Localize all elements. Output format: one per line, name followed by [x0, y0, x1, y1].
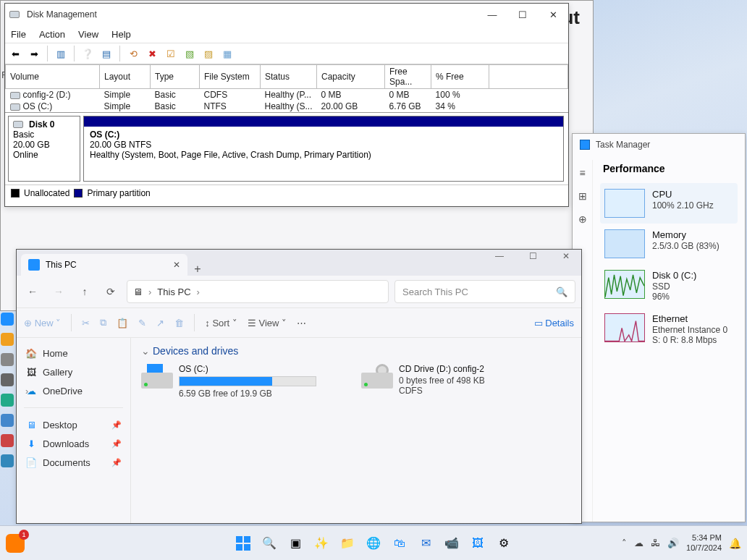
search-button[interactable]: 🔍: [259, 533, 279, 553]
check-icon[interactable]: ☑: [164, 46, 178, 61]
close-tab-icon[interactable]: ✕: [173, 260, 180, 270]
sidebar-item-home[interactable]: 🏠Home: [21, 344, 126, 362]
delete-icon[interactable]: 🗑: [174, 318, 184, 328]
col-free[interactable]: Free Spa...: [385, 65, 431, 89]
sidebar-item-documents[interactable]: 📄Documents📌: [21, 453, 126, 472]
settings-icon[interactable]: ⚙: [494, 533, 514, 553]
menu-file[interactable]: File: [11, 29, 26, 40]
pin-icon[interactable]: 📌: [111, 458, 122, 467]
tm-titlebar[interactable]: Task Manager: [573, 134, 745, 156]
minimize-button[interactable]: —: [487, 251, 512, 261]
search-box[interactable]: Search This PC 🔍: [394, 280, 575, 303]
action3-icon[interactable]: ▦: [220, 46, 235, 61]
details-button[interactable]: ▭ Details: [534, 318, 574, 328]
drive-cd-d[interactable]: CD Drive (D:) config-2 0 bytes free of 4…: [361, 364, 564, 399]
table-row[interactable]: OS (C:) Simple Basic NTFS Healthy (S... …: [6, 101, 568, 112]
widgets-button[interactable]: 1: [6, 534, 25, 553]
col-status[interactable]: Status: [261, 65, 317, 89]
forward-button[interactable]: →: [48, 281, 69, 302]
close-button[interactable]: ✕: [554, 251, 578, 261]
share-icon[interactable]: ↗: [156, 318, 164, 328]
app-icon[interactable]: 📹: [442, 533, 462, 553]
sidebar-item-downloads[interactable]: ⬇Downloads📌: [21, 434, 126, 453]
photos-icon[interactable]: 🖼: [468, 533, 488, 553]
menu-help[interactable]: Help: [111, 29, 131, 40]
app-icon[interactable]: [1, 353, 14, 366]
start-button[interactable]: [233, 533, 253, 553]
menu-action[interactable]: Action: [39, 29, 65, 40]
action2-icon[interactable]: ▨: [201, 46, 216, 61]
col-pctfree[interactable]: % Free: [431, 65, 489, 89]
new-tab-button[interactable]: +: [187, 263, 208, 276]
help-icon[interactable]: ❔: [80, 46, 95, 61]
table-row[interactable]: config-2 (D:) Simple Basic CDFS Healthy …: [6, 89, 568, 101]
edge-icon[interactable]: 🌐: [363, 533, 384, 553]
clock[interactable]: 5:34 PM 10/7/2024: [686, 533, 722, 552]
paste-icon[interactable]: 📋: [117, 318, 128, 328]
disk-panel[interactable]: Disk 0 Basic 20.00 GB Online: [8, 116, 80, 182]
more-button[interactable]: ⋯: [297, 318, 306, 328]
sidebar-item-onedrive[interactable]: ›☁OneDrive: [21, 381, 126, 400]
perf-item-ethernet[interactable]: EthernetEthernet Instance 0S: 0 R: 8.8 M…: [600, 307, 738, 351]
perf-item-cpu[interactable]: CPU100% 2.10 GHz: [600, 183, 738, 224]
app-icon[interactable]: [1, 394, 14, 407]
properties-icon[interactable]: ▤: [99, 46, 114, 61]
up-button[interactable]: ↑: [75, 281, 95, 302]
app-icon[interactable]: [1, 434, 14, 447]
sort-button[interactable]: ↕ Sort ˅: [205, 318, 237, 328]
bluetooth-icon[interactable]: [1, 313, 14, 326]
file-explorer-icon[interactable]: 📁: [337, 533, 358, 553]
onedrive-tray-icon[interactable]: ☁: [634, 538, 643, 548]
refresh-icon[interactable]: ⟲: [126, 46, 140, 61]
notifications-icon[interactable]: 🔔: [729, 538, 741, 549]
cut-icon[interactable]: ✂: [82, 318, 90, 328]
tab-this-pc[interactable]: This PC ✕: [21, 254, 187, 276]
show-hide-tree-icon[interactable]: ▥: [54, 46, 68, 61]
outlook-icon[interactable]: ✉: [415, 533, 436, 553]
col-fs[interactable]: File System: [200, 65, 261, 89]
sidebar-item-gallery[interactable]: 🖼Gallery: [21, 362, 126, 381]
app-icon[interactable]: [1, 414, 14, 427]
copilot-icon[interactable]: ✨: [311, 533, 332, 553]
pin-icon[interactable]: 📌: [111, 420, 122, 430]
address-bar[interactable]: 🖥› This PC›: [127, 280, 389, 303]
store-icon[interactable]: 🛍: [389, 533, 410, 553]
dm-titlebar[interactable]: Disk Management — ☐ ✕: [5, 4, 568, 25]
close-button[interactable]: ✕: [542, 9, 564, 20]
forward-icon[interactable]: ➡: [27, 46, 41, 61]
maximize-button[interactable]: ☐: [512, 9, 533, 20]
network-tray-icon[interactable]: 🖧: [651, 538, 660, 548]
perf-item-memory[interactable]: Memory2.5/3.0 GB (83%): [600, 224, 738, 264]
col-volume[interactable]: Volume: [6, 65, 100, 89]
view-button[interactable]: ☰ View ˅: [248, 318, 287, 328]
refresh-button[interactable]: ⟳: [101, 281, 121, 302]
delete-icon[interactable]: ✖: [145, 46, 159, 61]
copy-icon[interactable]: ⧉: [100, 317, 106, 328]
back-button[interactable]: ←: [22, 281, 43, 302]
action1-icon[interactable]: ▧: [182, 46, 197, 61]
drive-os-c[interactable]: OS (C:) 6.59 GB free of 19.9 GB: [141, 364, 344, 399]
back-icon[interactable]: ⬅: [8, 46, 22, 61]
menu-view[interactable]: View: [78, 29, 98, 40]
new-button[interactable]: ⊕ New ˅: [24, 318, 61, 328]
app-icon[interactable]: [1, 333, 14, 346]
chevron-up-icon[interactable]: ˄: [622, 538, 627, 548]
task-view-button[interactable]: ▣: [285, 533, 305, 553]
pin-icon[interactable]: 📌: [111, 439, 122, 449]
sidebar-item-desktop[interactable]: 🖥Desktop📌: [21, 415, 126, 434]
plus-box-icon[interactable]: ⊕: [578, 213, 587, 225]
col-layout[interactable]: Layout: [100, 65, 151, 89]
app-icon[interactable]: [1, 373, 14, 386]
section-header[interactable]: ⌄Devices and drives: [141, 345, 571, 357]
partition-panel[interactable]: OS (C:) 20.00 GB NTFS Healthy (System, B…: [83, 116, 564, 182]
col-type[interactable]: Type: [151, 65, 200, 89]
grid-icon[interactable]: ⊞: [578, 190, 587, 202]
perf-item-disk[interactable]: Disk 0 (C:)SSD96%: [600, 264, 738, 307]
sound-tray-icon[interactable]: 🔊: [667, 538, 679, 548]
col-capacity[interactable]: Capacity: [317, 65, 385, 89]
hamburger-icon[interactable]: ≡: [579, 167, 585, 179]
rename-icon[interactable]: ✎: [138, 318, 146, 328]
app-icon[interactable]: [1, 454, 14, 467]
maximize-button[interactable]: ☐: [520, 251, 545, 261]
minimize-button[interactable]: —: [481, 9, 503, 20]
